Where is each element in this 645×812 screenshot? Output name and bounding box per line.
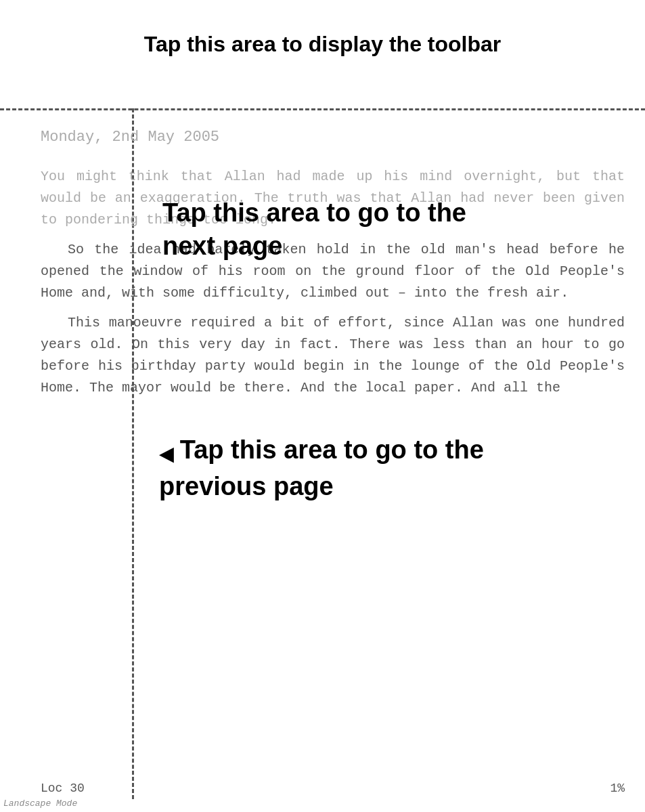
dashed-horizontal-line bbox=[0, 108, 645, 110]
toolbar-hint-area[interactable]: Tap this area to display the toolbar bbox=[0, 0, 645, 88]
percent-text: 1% bbox=[610, 782, 625, 795]
landscape-mode-label: Landscape Mode bbox=[3, 798, 77, 809]
next-page-hint-text: Tap this area to go to the next page bbox=[162, 198, 466, 260]
prev-arrow-icon: ◄ bbox=[159, 441, 175, 470]
prev-page-hint-area[interactable]: ◄Tap this area to go to the previous pag… bbox=[139, 420, 545, 517]
prev-page-hint-text: Tap this area to go to the previous page bbox=[159, 435, 484, 500]
location-text: Loc 30 bbox=[41, 782, 85, 795]
toolbar-hint-text: Tap this area to display the toolbar bbox=[144, 32, 502, 57]
date-line: Monday, 2nd May 2005 bbox=[41, 129, 625, 146]
next-page-hint-area[interactable]: Tap this area to go to the next page bbox=[142, 183, 535, 277]
bottom-bar: Loc 30 1% bbox=[41, 782, 625, 795]
paragraph4: This manoeuvre required a bit of effort,… bbox=[41, 312, 625, 399]
